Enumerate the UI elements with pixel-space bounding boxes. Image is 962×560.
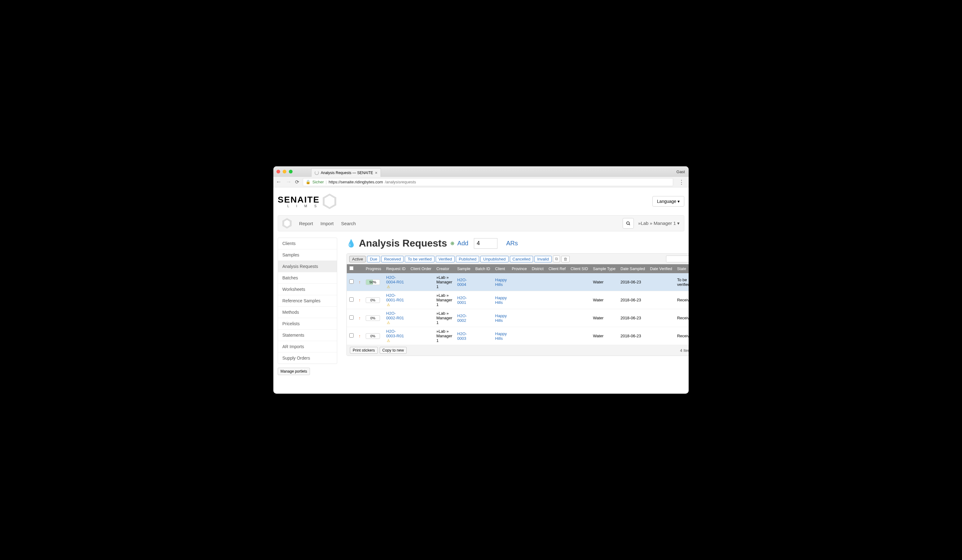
client-link[interactable]: Happy Hills	[495, 278, 507, 287]
table-row: ↑ 0% H2O-0003-R01 ⚠ »Lab » Manager 1 H2O…	[347, 327, 689, 345]
col-sample-type[interactable]: Sample Type	[591, 264, 618, 273]
print-stickers-button[interactable]: Print stickers	[350, 347, 378, 354]
add-link[interactable]: Add	[457, 240, 469, 247]
filter-invalid[interactable]: Invalid	[534, 256, 552, 262]
filter-active[interactable]: Active	[349, 256, 366, 262]
table-row: ↑ 0% H2O-0002-R01 ⚠ »Lab » Manager 1 H2O…	[347, 309, 689, 327]
col-batch-id[interactable]: Batch ID	[473, 264, 493, 273]
url-input[interactable]: 🔒 Sicher | https://senaite.ridingbytes.c…	[303, 178, 673, 186]
sidebar-item-batches[interactable]: Batches	[278, 272, 337, 284]
sidebar: Clients Samples Analysis Requests Batche…	[278, 238, 337, 364]
row-checkbox[interactable]	[349, 315, 353, 320]
sidebar-item-reference-samples[interactable]: Reference Samples	[278, 295, 337, 307]
col-date-verified[interactable]: Date Verified	[647, 264, 675, 273]
forward-icon: →	[286, 179, 291, 185]
select-all-checkbox[interactable]	[349, 266, 353, 270]
browser-profile[interactable]: Gast	[676, 169, 685, 174]
client-link[interactable]: Happy Hills	[495, 296, 507, 305]
filter-unpublished[interactable]: Unpublished	[480, 256, 508, 262]
close-icon[interactable]: ×	[375, 171, 378, 175]
creator-cell: »Lab » Manager 1	[434, 273, 455, 291]
col-province[interactable]: Province	[509, 264, 529, 273]
col-client[interactable]: Client	[493, 264, 510, 273]
sample-link[interactable]: H2O-0002	[457, 314, 467, 323]
filter-copy-icon[interactable]: ⧉	[553, 256, 560, 262]
nav-import[interactable]: Import	[320, 221, 334, 226]
tab-title: Analysis Requests — SENAITE	[321, 171, 373, 175]
nav-search[interactable]: Search	[341, 221, 356, 226]
row-checkbox[interactable]	[349, 297, 353, 302]
window-maximize[interactable]	[289, 170, 292, 174]
secure-label: Sicher	[312, 180, 324, 184]
language-dropdown[interactable]: Language ▾	[652, 196, 684, 207]
window-minimize[interactable]	[282, 170, 286, 174]
table-search-input[interactable]	[666, 256, 689, 262]
priority-up-icon: ↑	[358, 280, 361, 285]
filter-published[interactable]: Published	[456, 256, 479, 262]
logo[interactable]: SENAITE L I M S	[278, 193, 338, 209]
col-request-id[interactable]: Request ID	[384, 264, 408, 273]
col-date-sampled[interactable]: Date Sampled	[618, 264, 647, 273]
col-client-order[interactable]: Client Order	[408, 264, 434, 273]
browser-menu-icon[interactable]: ⋮	[677, 179, 686, 185]
state-cell: Received	[675, 327, 689, 345]
browser-address-bar: ← → ⟳ 🔒 Sicher | https://senaite.ridingb…	[273, 177, 689, 187]
copy-to-new-button[interactable]: Copy to new	[380, 347, 407, 354]
filter-received[interactable]: Received	[381, 256, 404, 262]
request-id-link[interactable]: H2O-0004-R01	[386, 275, 404, 284]
navbar-logo-icon[interactable]	[282, 218, 292, 229]
warning-icon: ⚠	[387, 285, 390, 289]
logo-text: SENAITE	[278, 195, 320, 205]
sample-link[interactable]: H2O-0003	[457, 331, 467, 341]
sidebar-item-methods[interactable]: Methods	[278, 307, 337, 318]
nav-report[interactable]: Report	[299, 221, 313, 226]
progress-bar: 0%	[366, 297, 380, 303]
col-progress[interactable]: Progress	[363, 264, 384, 273]
row-checkbox[interactable]	[349, 333, 353, 338]
ars-link[interactable]: ARs	[506, 240, 518, 247]
add-icon: ⊕	[450, 240, 454, 246]
page-title: Analysis Requests	[359, 238, 447, 249]
sidebar-item-analysis-requests[interactable]: Analysis Requests	[278, 261, 337, 272]
col-sample[interactable]: Sample	[455, 264, 473, 273]
sidebar-item-pricelists[interactable]: Pricelists	[278, 318, 337, 330]
col-client-sid[interactable]: Client SID	[568, 264, 591, 273]
sidebar-item-supply-orders[interactable]: Supply Orders	[278, 352, 337, 364]
col-state[interactable]: State	[675, 264, 689, 273]
window-close[interactable]	[276, 170, 280, 174]
sidebar-item-ar-imports[interactable]: AR Imports	[278, 341, 337, 352]
search-icon[interactable]	[623, 218, 634, 229]
sidebar-item-worksheets[interactable]: Worksheets	[278, 284, 337, 295]
manage-portlets-button[interactable]: Manage portlets	[278, 368, 310, 375]
sample-link[interactable]: H2O-0004	[457, 278, 467, 287]
col-client-ref[interactable]: Client Ref	[546, 264, 568, 273]
priority-up-icon: ↑	[358, 315, 361, 320]
reload-icon[interactable]: ⟳	[295, 179, 299, 185]
col-district[interactable]: District	[529, 264, 546, 273]
row-checkbox[interactable]	[349, 279, 353, 284]
filter-trash-icon[interactable]: 🗑	[561, 256, 570, 262]
back-icon[interactable]: ←	[276, 179, 281, 185]
filter-to-be-verified[interactable]: To be verified	[405, 256, 434, 262]
filter-cancelled[interactable]: Cancelled	[510, 256, 533, 262]
sidebar-item-samples[interactable]: Samples	[278, 249, 337, 261]
sidebar-item-clients[interactable]: Clients	[278, 238, 337, 249]
client-link[interactable]: Happy Hills	[495, 331, 507, 341]
items-count: 4 Items	[680, 348, 689, 353]
user-dropdown[interactable]: »Lab » Manager 1 ▾	[638, 220, 680, 226]
add-count-input[interactable]	[474, 238, 497, 249]
state-cell: Received	[675, 291, 689, 309]
creator-cell: »Lab » Manager 1	[434, 291, 455, 309]
request-id-link[interactable]: H2O-0001-R01	[386, 293, 404, 302]
droplet-icon: 💧	[347, 239, 356, 248]
request-id-link[interactable]: H2O-0002-R01	[386, 311, 404, 320]
filter-verified[interactable]: Verified	[436, 256, 455, 262]
warning-icon: ⚠	[387, 303, 390, 307]
browser-tab[interactable]: Analysis Requests — SENAITE ×	[311, 168, 381, 177]
sidebar-item-statements[interactable]: Statements	[278, 330, 337, 341]
request-id-link[interactable]: H2O-0003-R01	[386, 329, 404, 338]
client-link[interactable]: Happy Hills	[495, 314, 507, 323]
filter-due[interactable]: Due	[367, 256, 380, 262]
col-creator[interactable]: Creator	[434, 264, 455, 273]
sample-link[interactable]: H2O-0001	[457, 296, 467, 305]
